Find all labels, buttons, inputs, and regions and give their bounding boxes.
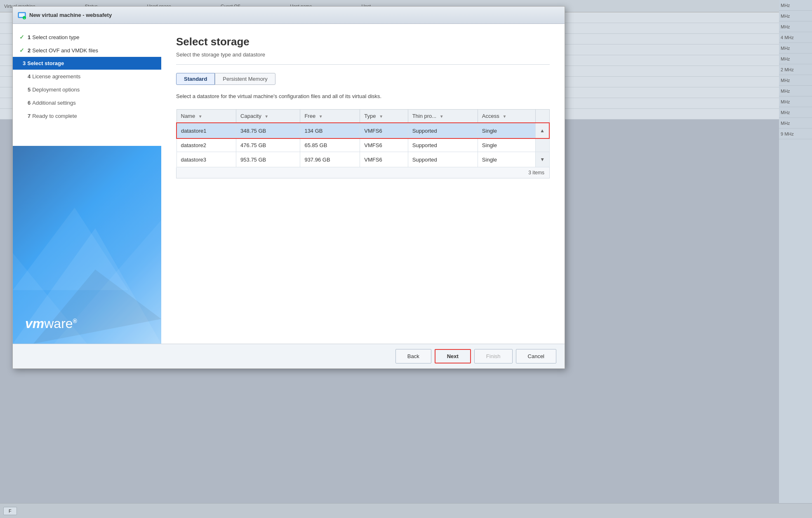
mhz-label: MHz	[779, 118, 812, 129]
cell-access-1: Single	[478, 123, 535, 138]
step-num-1: 1	[28, 34, 31, 40]
col-header-type[interactable]: Type ▼	[360, 110, 408, 123]
scroll-down-cell[interactable]: ▼	[536, 152, 549, 167]
mhz-label: MHz	[779, 11, 812, 21]
sort-icon-type: ▼	[379, 114, 383, 119]
dialog-footer: Back Next Finish Cancel	[13, 344, 565, 368]
svg-text:+: +	[24, 16, 25, 19]
sidebar-label-step4: License agreements	[32, 73, 80, 80]
datastore-description: Select a datastore for the virtual machi…	[176, 93, 550, 99]
sort-icon-name: ▼	[198, 114, 202, 119]
col-header-thinpro[interactable]: Thin pro... ▼	[408, 110, 478, 123]
table-footer: 3 items	[176, 167, 550, 178]
sidebar-graphic	[13, 146, 161, 344]
sidebar-label-step3: Select storage	[27, 60, 64, 66]
divider	[176, 64, 550, 65]
sort-icon-thinpro: ▼	[440, 114, 444, 119]
sidebar-item-step4[interactable]: ✓ 4 License agreements	[13, 70, 161, 83]
scroll-mid-cell	[536, 138, 549, 152]
sidebar-label-step7: Ready to complete	[32, 113, 77, 119]
main-content: Select storage Select the storage type a…	[161, 24, 565, 344]
tab-standard[interactable]: Standard	[176, 73, 215, 85]
col-header-free[interactable]: Free ▼	[300, 110, 360, 123]
sidebar: ✓ 1 Select creation type ✓ 2 Select OVF …	[13, 24, 161, 344]
mhz-label: 4 MHz	[779, 32, 812, 43]
sidebar-label-step2: Select OVF and VMDK files	[32, 47, 98, 54]
finish-button[interactable]: Finish	[474, 349, 513, 363]
table-header: Name ▼ Capacity ▼ Free ▼ Type	[177, 110, 549, 123]
cell-thinpro-1: Supported	[408, 123, 478, 138]
mhz-label: MHz	[779, 54, 812, 64]
vmware-logo: vmware®	[25, 316, 77, 331]
tab-persistent-memory[interactable]: Persistent Memory	[215, 73, 275, 85]
page-subtitle: Select the storage type and datastore	[176, 52, 550, 58]
mhz-label: MHz	[779, 86, 812, 96]
cell-free-1: 134 GB	[300, 123, 360, 138]
dialog-titlebar: + New virtual machine - websafety	[13, 7, 565, 24]
scroll-up-btn[interactable]: ▲	[540, 127, 545, 135]
table-item-count: 3 items	[528, 170, 544, 176]
cell-thinpro-2: Supported	[408, 138, 478, 152]
cell-free-2: 65.85 GB	[300, 138, 360, 152]
step-num-6: 6	[28, 100, 31, 106]
mhz-label: MHz	[779, 43, 812, 54]
table-row-datastore1[interactable]: datastore1 348.75 GB 134 GB VMFS6 Suppor…	[177, 123, 549, 138]
sidebar-item-step7[interactable]: ✓ 7 Ready to complete	[13, 109, 161, 122]
svg-marker-7	[13, 208, 128, 290]
cell-type-1: VMFS6	[360, 123, 408, 138]
page-title: Select storage	[176, 35, 550, 48]
dialog-title: New virtual machine - websafety	[29, 12, 112, 18]
cell-name-1: datastore1	[177, 123, 236, 138]
sidebar-items: ✓ 1 Select creation type ✓ 2 Select OVF …	[13, 24, 161, 129]
sidebar-item-step3[interactable]: 3 Select storage	[13, 57, 161, 70]
mhz-label: MHz	[779, 21, 812, 32]
sort-icon-free: ▼	[319, 114, 323, 119]
step-num-7: 7	[28, 113, 31, 119]
step-num-3: 3	[23, 60, 26, 66]
cell-name-3: datastore3	[177, 152, 236, 167]
cell-capacity-2: 476.75 GB	[236, 138, 300, 152]
sort-icon-capacity: ▼	[264, 114, 268, 119]
mhz-labels: MHz MHz MHz 4 MHz MHz MHz 2 MHz MHz MHz …	[779, 0, 812, 518]
sidebar-decoration: vmware®	[13, 146, 161, 344]
tab-group: Standard Persistent Memory	[176, 73, 550, 85]
cancel-button[interactable]: Cancel	[516, 349, 556, 363]
sidebar-item-step6[interactable]: ✓ 6 Additional settings	[13, 96, 161, 109]
step-num-2: 2	[28, 47, 31, 54]
cell-thinpro-3: Supported	[408, 152, 478, 167]
datastore-table: Name ▼ Capacity ▼ Free ▼ Type	[176, 109, 550, 167]
cell-capacity-3: 953.75 GB	[236, 152, 300, 167]
taskbar-item[interactable]: F	[3, 507, 17, 515]
cell-name-2: datastore2	[177, 138, 236, 152]
col-header-capacity[interactable]: Capacity ▼	[236, 110, 300, 123]
sidebar-label-step6: Additional settings	[32, 100, 76, 106]
dialog-container: + New virtual machine - websafety ✓ 1 Se…	[12, 6, 565, 369]
col-header-access[interactable]: Access ▼	[478, 110, 535, 123]
cell-access-2: Single	[478, 138, 535, 152]
scroll-header	[536, 110, 549, 123]
mhz-label: MHz	[779, 0, 812, 11]
cell-free-3: 937.96 GB	[300, 152, 360, 167]
taskbar: F	[0, 503, 812, 518]
dialog-body: ✓ 1 Select creation type ✓ 2 Select OVF …	[13, 24, 565, 344]
mhz-label: 2 MHz	[779, 64, 812, 75]
cell-capacity-1: 348.75 GB	[236, 123, 300, 138]
sidebar-item-step1[interactable]: ✓ 1 Select creation type	[13, 30, 161, 44]
vm-icon: +	[18, 11, 26, 19]
sidebar-label-step1: Select creation type	[32, 34, 79, 40]
mhz-label: MHz	[779, 75, 812, 86]
check-icon-step2: ✓	[19, 47, 24, 54]
check-icon-step1: ✓	[19, 34, 24, 40]
next-button[interactable]: Next	[435, 349, 471, 363]
back-button[interactable]: Back	[395, 349, 431, 363]
cell-access-3: Single	[478, 152, 535, 167]
scroll-up-cell[interactable]: ▲	[536, 123, 549, 138]
sidebar-item-step5[interactable]: ✓ 5 Deployment options	[13, 83, 161, 96]
table-row-datastore2[interactable]: datastore2 476.75 GB 65.85 GB VMFS6 Supp…	[177, 138, 549, 152]
scroll-down-btn[interactable]: ▼	[540, 155, 545, 164]
table-row-datastore3[interactable]: datastore3 953.75 GB 937.96 GB VMFS6 Sup…	[177, 152, 549, 167]
sidebar-item-step2[interactable]: ✓ 2 Select OVF and VMDK files	[13, 44, 161, 57]
sidebar-label-step5: Deployment options	[32, 87, 80, 93]
sort-icon-access: ▼	[502, 114, 506, 119]
col-header-name[interactable]: Name ▼	[177, 110, 236, 123]
